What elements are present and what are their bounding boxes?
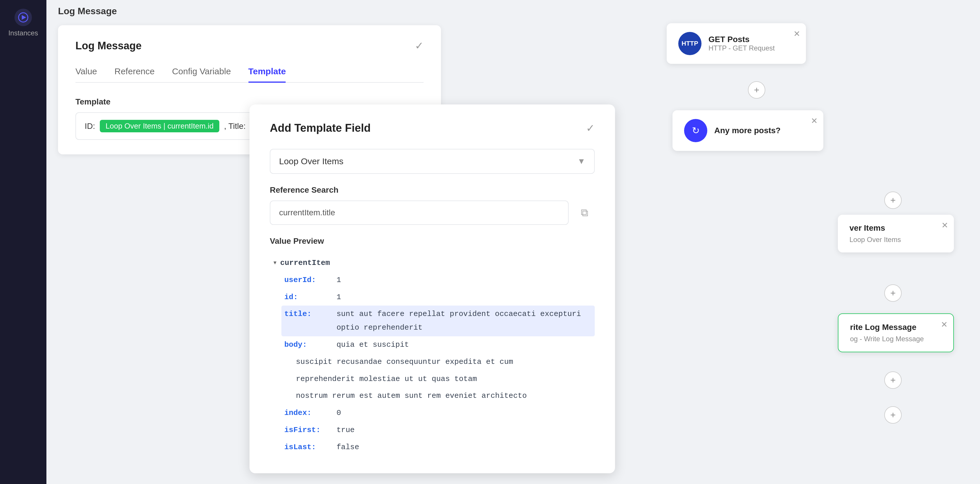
write-log-subtitle: og - Write Log Message <box>850 335 942 343</box>
main-canvas: Log Message Log Message ✓ Value Referenc… <box>46 0 980 484</box>
tabs-container: Value Reference Config Variable Template <box>75 67 423 83</box>
get-posts-node[interactable]: HTTP GET Posts HTTP - GET Request ✕ <box>667 23 806 64</box>
loop-items-title: ver Items <box>850 223 942 233</box>
sidebar-logo <box>14 9 32 26</box>
dialog-title: Add Template Field <box>270 122 371 134</box>
tree-row-index: index: 0 <box>282 404 595 422</box>
tree-value-body-cont2: reprehenderit molestiae ut ut quas totam <box>296 372 477 386</box>
tree-value-isfirst: true <box>337 424 355 437</box>
tree-row-islast: isLast: false <box>282 439 595 456</box>
any-more-posts-close-icon[interactable]: ✕ <box>811 116 818 126</box>
preview-tree: ▾ currentItem userId: 1 id: 1 title: sun… <box>270 255 595 456</box>
dialog-check-icon[interactable]: ✓ <box>586 122 595 134</box>
write-log-title: rite Log Message <box>850 323 942 332</box>
dropdown-value: Loop Over Items <box>279 156 344 166</box>
tab-template[interactable]: Template <box>248 67 286 82</box>
tree-row-body-cont1: suscipit recusandae consequuntur expedit… <box>293 353 595 371</box>
instances-label: Instances <box>8 29 38 37</box>
tree-row-body-cont3: nostrum rerum est autem sunt rem eveniet… <box>293 387 595 404</box>
tree-value-index: 0 <box>337 406 341 420</box>
plus-button-5[interactable]: + <box>884 406 902 424</box>
tree-key-body: body: <box>284 338 337 352</box>
tree-row-body-cont2: reprehenderit molestiae ut ut quas totam <box>293 371 595 388</box>
write-log-close-icon[interactable]: ✕ <box>941 320 948 330</box>
source-dropdown[interactable]: Loop Over Items ▼ <box>270 149 595 174</box>
tree-value-islast: false <box>337 441 359 454</box>
copy-icon[interactable]: ⧉ <box>574 202 595 223</box>
tree-value-userid: 1 <box>337 273 341 287</box>
loop-badge: ↻ <box>684 119 707 142</box>
tree-value-id: 1 <box>337 290 341 304</box>
plus-connector-1: + <box>745 81 768 99</box>
tree-value-body-cont3: nostrum rerum est autem sunt rem eveniet… <box>296 389 527 403</box>
tree-row-root: ▾ currentItem <box>270 255 595 272</box>
tree-value-body-cont1: suscipit recusandae consequuntur expedit… <box>296 355 513 369</box>
http-badge: HTTP <box>678 32 702 55</box>
loop-items-close-icon[interactable]: ✕ <box>942 221 948 230</box>
add-template-dialog: Add Template Field ✓ Loop Over Items ▼ R… <box>250 105 615 473</box>
tree-row-isfirst: isFirst: true <box>282 422 595 439</box>
any-more-posts-title: Any more posts? <box>714 126 781 135</box>
tab-reference[interactable]: Reference <box>115 67 154 82</box>
tree-key-id: id: <box>284 290 337 304</box>
plus-connector-4: + <box>884 371 902 389</box>
tree-key-index: index: <box>284 406 337 420</box>
svg-marker-1 <box>22 15 26 20</box>
plus-button-4[interactable]: + <box>884 371 902 389</box>
tree-root-key: currentItem <box>280 256 330 270</box>
value-preview-label: Value Preview <box>270 237 595 246</box>
tree-key-isfirst: isFirst: <box>284 424 337 437</box>
reference-search-input[interactable] <box>270 201 569 225</box>
any-more-posts-info: Any more posts? <box>714 126 781 135</box>
tree-key-title: title: <box>284 307 337 321</box>
tree-value-title: sunt aut facere repellat provident occae… <box>337 307 592 334</box>
template-suffix: , Title: <box>224 122 246 131</box>
panel-header: Log Message <box>58 6 441 16</box>
expand-icon-root[interactable]: ▾ <box>273 256 277 270</box>
loop-items-panel[interactable]: ✕ ver Items Loop Over Items <box>838 215 954 252</box>
template-tag[interactable]: Loop Over Items | currentItem.id <box>100 120 220 132</box>
tree-key-islast: isLast: <box>284 441 337 454</box>
tree-value-body: quia et suscipit <box>337 338 409 352</box>
plus-button-3[interactable]: + <box>884 284 902 302</box>
reference-search-row: ⧉ <box>270 201 595 225</box>
tree-key-userid: userId: <box>284 273 337 287</box>
reference-search-label: Reference Search <box>270 185 595 195</box>
plus-button-1[interactable]: + <box>748 81 765 99</box>
tree-row-userid: userId: 1 <box>282 272 595 289</box>
dialog-header: Add Template Field ✓ <box>270 122 595 134</box>
card-title: Log Message <box>75 40 142 52</box>
tree-row-title[interactable]: title: sunt aut facere repellat providen… <box>282 306 595 336</box>
card-title-row: Log Message ✓ <box>75 40 423 52</box>
any-more-posts-node[interactable]: ↻ Any more posts? ✕ <box>673 110 823 151</box>
value-preview-section: Value Preview ▾ currentItem userId: 1 id… <box>270 237 595 456</box>
chevron-down-icon: ▼ <box>578 157 585 166</box>
sidebar: Instances <box>0 0 46 484</box>
tab-config-variable[interactable]: Config Variable <box>172 67 231 82</box>
tab-value[interactable]: Value <box>75 67 97 82</box>
plus-connector-3: + <box>884 284 902 302</box>
get-posts-info: GET Posts HTTP - GET Request <box>708 35 775 52</box>
get-posts-close-icon[interactable]: ✕ <box>794 29 800 38</box>
template-prefix: ID: <box>85 122 95 131</box>
get-posts-title: GET Posts <box>708 35 775 44</box>
write-log-panel[interactable]: ✕ rite Log Message og - Write Log Messag… <box>838 314 954 352</box>
loop-items-subtitle: Loop Over Items <box>850 236 942 244</box>
tree-row-body: body: quia et suscipit <box>282 336 595 353</box>
plus-button-2[interactable]: + <box>884 191 902 209</box>
plus-connector-2: + <box>884 191 902 209</box>
card-check-icon[interactable]: ✓ <box>415 40 423 52</box>
plus-connector-5: + <box>884 406 902 424</box>
get-posts-subtitle: HTTP - GET Request <box>708 44 775 52</box>
tree-row-id: id: 1 <box>282 289 595 306</box>
